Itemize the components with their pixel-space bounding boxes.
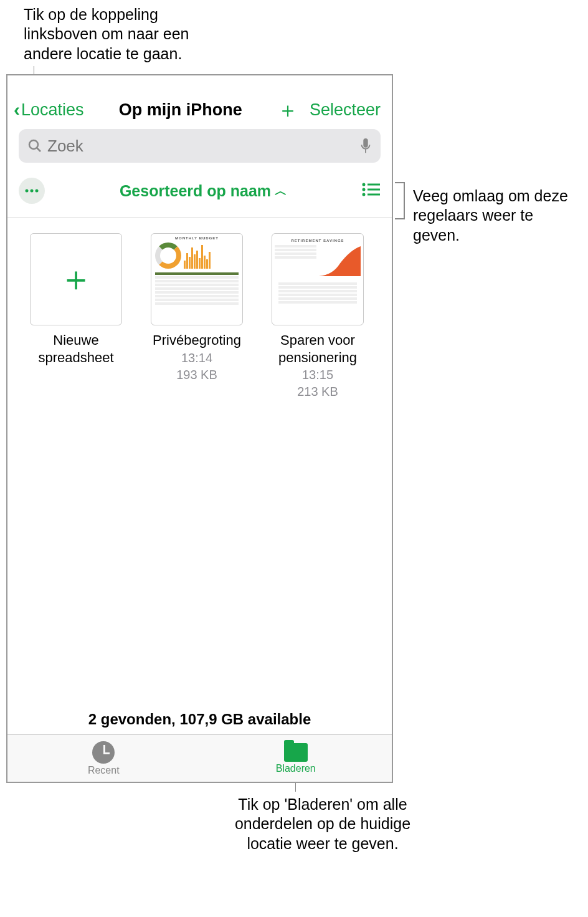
svg-point-0	[29, 140, 38, 149]
file-size: 193 KB	[176, 367, 217, 383]
search-input[interactable]	[47, 137, 354, 156]
file-time: 13:14	[181, 350, 212, 366]
file-thumbnail: RETIREMENT SAVINGS	[272, 233, 364, 325]
svg-point-11	[362, 193, 365, 196]
svg-point-7	[362, 183, 365, 186]
svg-rect-2	[363, 138, 368, 148]
file-label: Sparen voor pensionering	[268, 332, 368, 366]
folder-icon	[284, 743, 308, 762]
list-view-toggle[interactable]	[362, 183, 381, 199]
svg-point-6	[36, 190, 39, 193]
storage-footer: 2 gevonden, 107,9 GB available	[7, 711, 392, 728]
clock-icon	[92, 741, 115, 764]
doc-thumb-title: RETIREMENT SAVINGS	[275, 239, 361, 242]
select-button[interactable]: Selecteer	[310, 100, 381, 120]
sort-label-text: Gesorteerd op naam	[120, 182, 271, 200]
callout-bottom: Tik op 'Bladeren' om alle onderdelen op …	[223, 795, 422, 853]
tab-recent-label: Recent	[88, 765, 120, 776]
file-thumbnail: MONTHLY BUDGET	[151, 233, 243, 325]
file-item[interactable]: RETIREMENT SAVINGS	[268, 233, 368, 400]
tab-browse[interactable]: Bladeren	[200, 735, 392, 782]
search-bar[interactable]	[19, 129, 381, 163]
navbar: ‹ Locaties Op mijn iPhone ＋ Selecteer	[7, 75, 392, 129]
add-button[interactable]: ＋	[277, 99, 298, 120]
callout-bracket	[395, 182, 405, 219]
file-size: 213 KB	[297, 384, 338, 400]
chevron-left-icon: ‹	[14, 99, 20, 120]
plus-icon: ＋	[59, 256, 93, 303]
new-spreadsheet-button[interactable]: ＋ Nieuwe spreadsheet	[26, 233, 126, 400]
back-button[interactable]: ‹ Locaties	[14, 99, 84, 120]
page-title: Op mijn iPhone	[119, 100, 242, 120]
sort-controls-row: Gesorteerd op naam ︿	[7, 171, 392, 214]
svg-point-9	[362, 188, 365, 191]
search-icon	[27, 138, 42, 153]
new-spreadsheet-label: Nieuwe spreadsheet	[26, 332, 126, 366]
files-grid: ＋ Nieuwe spreadsheet MONTHLY BUDGET	[7, 218, 392, 415]
file-label: Privébegroting	[153, 332, 241, 349]
more-button[interactable]	[19, 178, 45, 204]
callout-line	[295, 783, 296, 792]
sort-button[interactable]: Gesorteerd op naam ︿	[120, 182, 287, 200]
callout-top: Tik op de koppeling linksboven om naar e…	[24, 5, 235, 64]
file-time: 13:15	[302, 367, 333, 383]
callout-right: Veeg omlaag om deze regelaars weer te ge…	[413, 186, 575, 245]
phone-screenshot: ‹ Locaties Op mijn iPhone ＋ Selecteer	[6, 74, 393, 783]
svg-rect-8	[368, 184, 380, 186]
svg-point-4	[26, 190, 29, 193]
tabbar: Recent Bladeren	[7, 734, 392, 782]
svg-point-5	[31, 190, 34, 193]
svg-rect-10	[368, 189, 380, 191]
doc-thumb-title: MONTHLY BUDGET	[151, 236, 242, 240]
tab-recent[interactable]: Recent	[7, 735, 200, 782]
tab-browse-label: Bladeren	[276, 763, 316, 774]
new-spreadsheet-thumb: ＋	[30, 233, 122, 325]
microphone-icon[interactable]	[359, 138, 372, 154]
svg-line-1	[37, 148, 40, 151]
svg-rect-12	[368, 194, 380, 196]
chevron-up-icon: ︿	[275, 183, 287, 199]
back-label: Locaties	[21, 100, 84, 120]
file-item[interactable]: MONTHLY BUDGET	[147, 233, 247, 400]
